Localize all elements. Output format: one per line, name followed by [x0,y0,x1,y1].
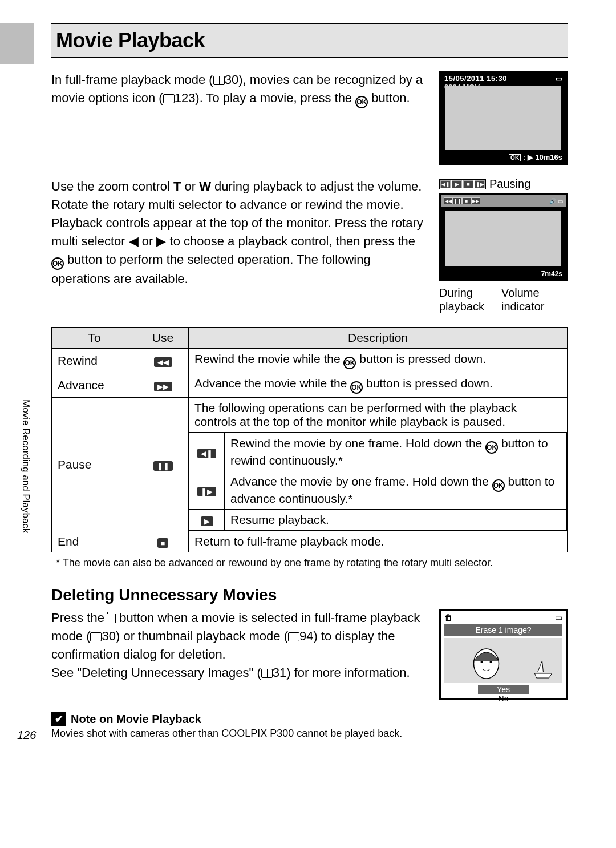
ok-button-icon: OK [350,381,363,394]
ok-button-icon: OK [492,479,505,492]
table-row: Pause ❚❚ The following operations can be… [52,398,568,433]
playback-time: 7m42s [541,270,562,278]
intro-text: 30), movies can be [225,72,331,87]
operations-table: To Use Description Rewind ◀◀ Rewind the … [51,327,568,552]
indicator-line [536,284,536,305]
title-bar: Movie Playback [51,23,568,58]
page-ref-icon [288,632,299,641]
frame-advance-icon: ❚▶ [197,487,216,496]
battery-icon: ▭ [555,613,562,622]
page-title: Movie Playback [56,29,568,53]
page-ref-icon [213,76,225,85]
erase-no: No [478,694,529,703]
ok-button-icon: OK [51,257,64,270]
during-playback-label: Duringplayback [439,286,484,313]
ok-indicator: OK [509,154,521,161]
ok-button-icon: OK [343,357,356,369]
table-row: Rewind ◀◀ Rewind the movie while the OK … [52,349,568,373]
intro-text: 123). To play a [175,91,257,105]
controls-paragraph: Use the zoom control T or W during playb… [51,177,425,313]
intro-paragraph: In full-frame playback mode (30), movies… [51,71,425,165]
volume-indicator-label: Volumeindicator [501,286,545,313]
deleting-paragraph: Press the button when a movie is selecte… [51,609,425,700]
table-footnote: * The movie can also be advanced or rewo… [63,557,568,569]
volume-icon: 🔊 ▭ [549,198,563,204]
th-use: Use [137,328,189,349]
erase-confirm-screen: 🗑 ▭ Erase 1 image? Yes No [439,609,568,700]
svg-point-1 [481,661,483,663]
trash-icon: 🗑 [444,613,452,622]
pausing-label: ◀❚▶■❚▶ Pausing [439,177,568,191]
header-gray-tab [0,23,34,64]
pause-icon: ❚❚ [153,461,173,471]
page-ref-icon [163,94,175,103]
erase-image-preview [444,638,562,683]
table-row: End ■ Return to full-frame playback mode… [52,531,568,552]
intro-text: In full-frame playback mode ( [51,72,213,87]
intro-text: button. [368,91,410,105]
camera-screen-playback: ◀◀❚❚■▶▶ 🔊 ▭ 7m42s [439,193,568,281]
rewind-icon: ◀◀ [154,357,172,367]
page-ref-icon [90,632,102,641]
advance-icon: ▶▶ [154,382,172,391]
trash-icon [108,614,116,623]
screen-date: 15/05/2011 15:30 [444,74,507,83]
resume-icon: ▶ [201,516,213,526]
page-number: 126 [17,729,36,742]
screen-duration: 10m16s [535,153,562,161]
svg-point-2 [490,661,492,663]
erase-title: Erase 1 image? [444,624,562,636]
check-icon: ✔ [51,712,66,726]
ok-button-icon: OK [355,96,368,108]
side-section-label: Movie Recording and Playback [20,399,31,533]
screen-inner [445,86,561,150]
note-heading: ✔ Note on Movie Playback [51,712,568,726]
page-ref-icon [261,669,273,678]
control-strip-icon: ◀❚▶■❚▶ [439,179,486,189]
table-row: Advance ▶▶ Advance the movie while the O… [52,373,568,398]
camera-screen-preview: 15/05/2011 15:30 ▭ 0004.MOV OK : ▶ 10m16… [439,71,568,165]
pause-nested-table: ◀❚ Rewind the movie by one frame. Hold d… [189,433,567,531]
note-body: Movies shot with cameras other than COOL… [51,728,568,740]
stop-icon: ■ [157,538,169,548]
frame-rewind-icon: ◀❚ [197,449,216,458]
th-desc: Description [189,328,568,349]
th-to: To [52,328,137,349]
erase-yes: Yes [478,685,529,694]
ok-button-icon: OK [485,441,498,454]
playback-controls-strip: ◀◀❚❚■▶▶ [444,197,480,204]
battery-icon: ▭ [556,74,563,83]
intro-text: movie, press the [260,91,356,105]
deleting-heading: Deleting Unnecessary Movies [51,586,568,604]
